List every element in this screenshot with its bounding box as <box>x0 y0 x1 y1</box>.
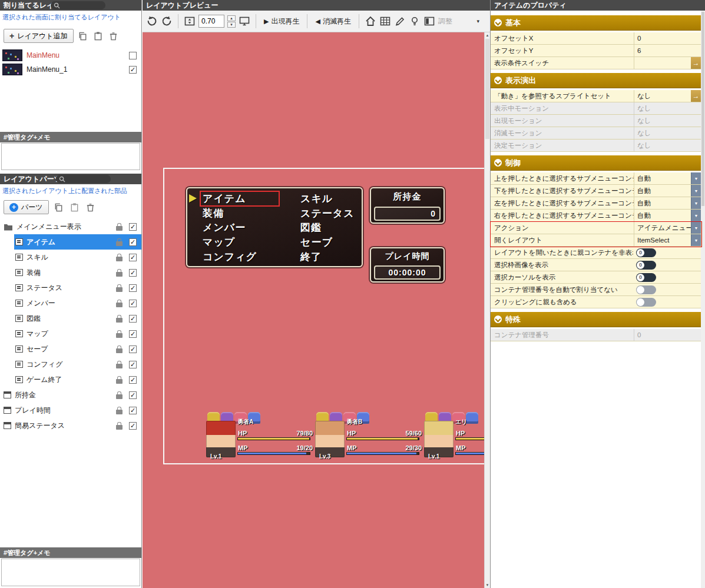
lock-icon[interactable] <box>116 379 123 384</box>
step-down-icon[interactable]: ▼ <box>227 22 236 28</box>
property-row[interactable]: クリッピングに親も含める <box>491 296 701 308</box>
copy-icon[interactable] <box>77 30 89 42</box>
parts-tree-item[interactable]: ゲーム終了 <box>0 372 141 387</box>
property-row[interactable]: 選択枠画像を表示0 <box>491 259 701 271</box>
property-value[interactable]: 自動▼ <box>634 197 701 209</box>
preview-scrollbar[interactable]: ▲ ▼ <box>484 32 490 588</box>
layout-visible-checkbox[interactable] <box>129 66 137 74</box>
lock-icon[interactable] <box>116 241 123 246</box>
property-row[interactable]: 上を押したときに選択するサブメニューコンテナ自動▼ <box>491 172 701 185</box>
pen-icon[interactable] <box>394 15 406 27</box>
vanish-play-button[interactable]: ◀消滅再生 <box>313 15 353 28</box>
menu-item[interactable]: セーブ <box>300 235 358 250</box>
property-row[interactable]: 消滅モーションなし <box>491 127 701 139</box>
property-value[interactable]: 自動▼ <box>634 210 701 221</box>
lock-icon[interactable] <box>116 425 123 430</box>
dropdown-button[interactable]: ▼ <box>691 222 701 234</box>
toggle-switch[interactable] <box>636 298 656 307</box>
visible-checkbox[interactable] <box>129 269 137 277</box>
property-row[interactable]: 下を押したときに選択するサブメニューコンテナ自動▼ <box>491 185 701 197</box>
scrollbar-thumb[interactable] <box>485 39 489 139</box>
step-up-icon[interactable]: ▲ <box>227 15 236 21</box>
parts-tree-item[interactable]: メンバー <box>0 295 141 311</box>
delete-icon[interactable] <box>85 201 97 213</box>
parts-tree-item[interactable]: セーブ <box>0 341 141 357</box>
dropdown-button[interactable]: ▼ <box>691 234 701 246</box>
property-value[interactable]: アイテムメニューを..▼ <box>634 222 701 234</box>
main-menu-window[interactable]: アイテム装備メンバーマップコンフィグスキルステータス図鑑セーブ終了 <box>186 187 363 267</box>
visible-checkbox[interactable] <box>129 223 137 231</box>
property-value[interactable]: 自動▼ <box>634 185 701 197</box>
zoom-stepper[interactable]: ▲▼ <box>227 15 236 28</box>
zoom-fit-icon[interactable] <box>184 15 196 27</box>
parts-tree-item[interactable]: マップ <box>0 326 141 341</box>
dropdown-button[interactable]: ▼ <box>691 185 701 197</box>
appear-play-button[interactable]: ▶出現再生 <box>262 15 302 28</box>
visible-checkbox[interactable] <box>129 284 137 292</box>
property-value[interactable]: なし→ <box>634 90 701 102</box>
property-row[interactable]: 表示条件スイッチ→ <box>491 57 701 69</box>
property-row[interactable]: オフセットX0 <box>491 32 701 45</box>
redo-icon[interactable] <box>161 15 173 27</box>
toggle-switch[interactable]: 0 <box>636 248 656 257</box>
nav-arrow-button[interactable]: → <box>691 57 701 69</box>
property-value[interactable]: → <box>634 57 701 69</box>
section-header[interactable]: 制御 <box>491 155 701 171</box>
parts-tree-item[interactable]: ステータス <box>0 280 141 295</box>
memo-input[interactable] <box>1 143 140 170</box>
menu-item[interactable]: コンフィグ <box>203 250 300 264</box>
toggle-switch[interactable] <box>636 285 656 294</box>
lock-icon[interactable] <box>116 394 123 399</box>
layout-list-item[interactable]: MainMenu <box>0 48 141 62</box>
layout-grid-icon[interactable] <box>423 15 435 27</box>
property-value[interactable]: なし <box>634 127 701 139</box>
lock-icon[interactable] <box>116 364 123 368</box>
menu-item[interactable]: 図鑑 <box>300 221 358 235</box>
parts-tree-item[interactable]: コンフィグ <box>0 357 141 372</box>
visible-checkbox[interactable] <box>129 376 137 384</box>
lock-icon[interactable] <box>116 257 123 261</box>
dropdown-button[interactable]: ▼ <box>691 197 701 209</box>
property-row[interactable]: コンテナ管理番号を自動で割り当てない <box>491 284 701 296</box>
property-value[interactable]: 自動▼ <box>634 172 701 184</box>
properties-scrollbar[interactable] <box>701 11 705 588</box>
playtime-window[interactable]: プレイ時間 00:00:00 <box>370 247 445 283</box>
grid-icon[interactable] <box>379 15 391 27</box>
section-header[interactable]: 基本 <box>491 15 701 31</box>
property-row[interactable]: 出現モーションなし <box>491 115 701 127</box>
lock-icon[interactable] <box>116 410 123 414</box>
visible-checkbox[interactable] <box>129 346 137 353</box>
lock-icon[interactable] <box>116 287 123 292</box>
menu-item[interactable]: ステータス <box>300 206 358 221</box>
add-part-button[interactable]: + パーツ <box>4 200 49 214</box>
parts-tree-item[interactable]: アイテム <box>0 234 141 250</box>
menu-item[interactable]: マップ <box>203 235 300 250</box>
visible-checkbox[interactable] <box>129 407 137 414</box>
scroll-down-icon[interactable]: ▼ <box>485 582 490 588</box>
menu-item[interactable]: スキル <box>300 191 358 206</box>
paste-icon[interactable] <box>92 30 104 42</box>
lock-icon[interactable] <box>116 348 123 353</box>
section-header[interactable]: 特殊 <box>491 312 701 327</box>
menu-item[interactable]: メンバー <box>203 221 300 235</box>
parts-tree-item[interactable]: 所持金 <box>0 387 141 403</box>
lock-icon[interactable] <box>116 272 123 277</box>
menu-item[interactable]: 終了 <box>300 250 358 264</box>
monitor-icon[interactable] <box>239 15 250 27</box>
lock-icon[interactable] <box>116 333 123 338</box>
paste-icon[interactable] <box>69 201 81 213</box>
toggle-switch[interactable]: 0 <box>636 261 656 270</box>
parts-tree-item[interactable]: メインメニュー表示 <box>0 219 141 234</box>
parts-tree-item[interactable]: 装備 <box>0 265 141 280</box>
property-value[interactable]: ItemSelect▼ <box>634 234 701 246</box>
layout-visible-checkbox[interactable] <box>129 52 137 59</box>
property-value[interactable]: なし <box>634 102 701 114</box>
property-value[interactable]: 0 <box>634 32 701 44</box>
parts-tree-item[interactable]: スキル <box>0 250 141 265</box>
lock-icon[interactable] <box>116 318 123 323</box>
visible-checkbox[interactable] <box>129 422 137 430</box>
visible-checkbox[interactable] <box>129 315 137 323</box>
add-layout-button[interactable]: + レイアウト追加 <box>4 29 74 43</box>
visible-checkbox[interactable] <box>129 254 137 261</box>
lock-icon[interactable] <box>116 226 123 231</box>
